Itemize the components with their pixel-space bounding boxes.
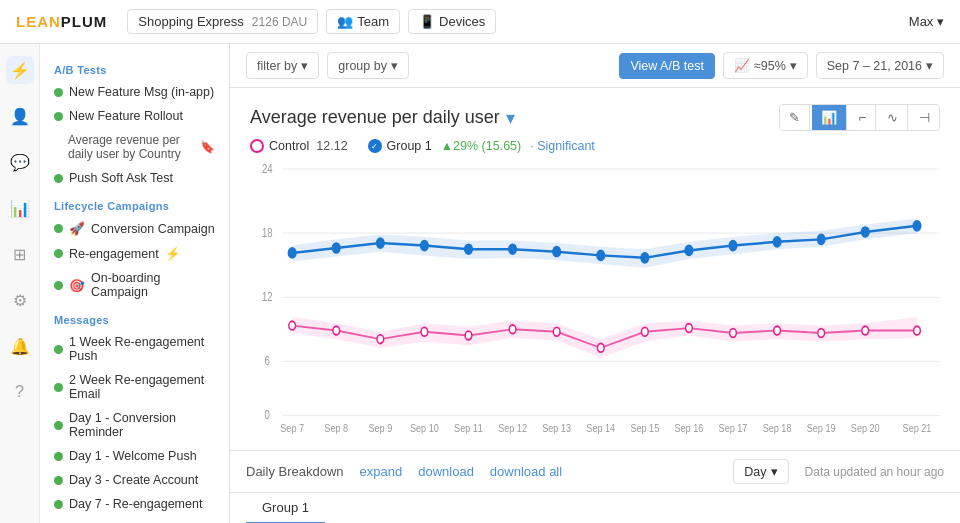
- svg-point-11: [289, 321, 296, 330]
- dot-conversion: [54, 224, 63, 233]
- svg-point-28: [332, 243, 340, 253]
- sidebar-item-re-engagement[interactable]: Re-engagement ⚡: [40, 241, 229, 266]
- chart-legend: Control 12.12 ✓ Group 1 ▲29% (15.65) · S…: [250, 139, 940, 153]
- dau-badge: 2126 DAU: [252, 15, 307, 29]
- sidebar-item-new-feature-rollout[interactable]: New Feature Rollout: [40, 104, 229, 128]
- sidebar: A/B Tests New Feature Msg (in-app) New F…: [40, 44, 230, 523]
- svg-point-18: [597, 343, 604, 352]
- svg-point-27: [288, 248, 296, 258]
- svg-point-30: [421, 241, 429, 251]
- download-link[interactable]: download: [418, 464, 474, 479]
- svg-text:Sep 7: Sep 7: [280, 421, 304, 433]
- svg-point-20: [686, 324, 693, 333]
- legend-dot-group1: ✓: [368, 139, 382, 153]
- sidebar-item-push-soft[interactable]: Push Soft Ask Test: [40, 166, 229, 190]
- sidebar-item-avg-revenue[interactable]: Average revenue per daily user by Countr…: [40, 128, 229, 166]
- user-menu[interactable]: Max ▾: [909, 14, 944, 29]
- svg-point-24: [862, 326, 869, 335]
- svg-text:Sep 16: Sep 16: [675, 421, 704, 433]
- icon-analytics[interactable]: 📊: [6, 194, 34, 222]
- sidebar-item-day7[interactable]: Day 7 - Re-engagement: [40, 492, 229, 516]
- svg-point-40: [861, 227, 869, 237]
- chart-type-area[interactable]: 📊: [812, 105, 847, 130]
- topbar: LEANPLUM Shopping Express 2126 DAU 👥 Tea…: [0, 0, 960, 44]
- icon-alerts[interactable]: 🔔: [6, 332, 34, 360]
- section-messages: Messages: [40, 304, 229, 330]
- view-ab-test-button[interactable]: View A/B test: [619, 53, 714, 79]
- sidebar-item-email-discount[interactable]: Email Discount Code: [40, 516, 229, 523]
- svg-text:12: 12: [262, 290, 273, 303]
- svg-point-19: [641, 327, 648, 336]
- legend-group1: ✓ Group 1 ▲29% (15.65) · Significant: [368, 139, 595, 153]
- legend-group1-label: Group 1: [387, 139, 432, 153]
- icon-help[interactable]: ?: [6, 378, 34, 406]
- svg-point-21: [730, 329, 737, 338]
- dot-1week: [54, 345, 63, 354]
- chart-area: Average revenue per daily user ▾ ✎ 📊 ⌐ ∿…: [230, 88, 960, 450]
- trend-icon: 📈: [734, 58, 750, 73]
- section-ab-tests: A/B Tests: [40, 54, 229, 80]
- chevron-down-icon: ▾: [301, 58, 308, 73]
- app-selector[interactable]: Shopping Express 2126 DAU: [127, 9, 318, 34]
- dot-day1-welcome: [54, 452, 63, 461]
- legend-group1-change: ▲29% (15.65): [441, 139, 521, 153]
- icon-ab-tests[interactable]: ⚡: [6, 56, 34, 84]
- svg-point-36: [685, 246, 693, 256]
- dropdown-icon[interactable]: ▾: [506, 107, 515, 129]
- icon-apps[interactable]: ⊞: [6, 240, 34, 268]
- sidebar-item-onboarding[interactable]: 🎯 On-boarding Campaign: [40, 266, 229, 304]
- main-content: filter by ▾ group by ▾ View A/B test 📈 ≈…: [230, 44, 960, 523]
- dot-new-feature-msg: [54, 88, 63, 97]
- sidebar-item-day1-welcome[interactable]: Day 1 - Welcome Push: [40, 444, 229, 468]
- svg-text:Sep 17: Sep 17: [719, 421, 748, 433]
- update-status: Data updated an hour ago: [805, 465, 944, 479]
- chart-type-line-edit[interactable]: ✎: [780, 105, 810, 130]
- sidebar-item-day1-conversion[interactable]: Day 1 - Conversion Reminder: [40, 406, 229, 444]
- icon-users[interactable]: 👤: [6, 102, 34, 130]
- legend-control: Control 12.12: [250, 139, 348, 153]
- team-icon: 👥: [337, 14, 353, 29]
- chevron-down-icon5: ▾: [771, 464, 778, 479]
- svg-point-22: [774, 326, 781, 335]
- svg-point-35: [641, 253, 649, 263]
- svg-text:0: 0: [265, 408, 270, 421]
- download-all-link[interactable]: download all: [490, 464, 562, 479]
- svg-point-33: [553, 247, 561, 257]
- devices-icon: 📱: [419, 14, 435, 29]
- sidebar-item-new-feature-msg[interactable]: New Feature Msg (in-app): [40, 80, 229, 104]
- chart-type-bar[interactable]: ⊣: [910, 105, 939, 130]
- bookmark-icon: 🔖: [200, 140, 215, 154]
- svg-point-29: [377, 238, 385, 248]
- chevron-down-icon3: ▾: [790, 58, 797, 73]
- sidebar-item-conversion-campaign[interactable]: 🚀 Conversion Campaign: [40, 216, 229, 241]
- chart-type-step[interactable]: ⌐: [849, 105, 876, 130]
- group-tab-bar: Group 1: [230, 492, 960, 523]
- legend-dot-control: [250, 139, 264, 153]
- devices-button[interactable]: 📱 Devices: [408, 9, 496, 34]
- sidebar-item-day3[interactable]: Day 3 - Create Account: [40, 468, 229, 492]
- svg-point-38: [773, 237, 781, 247]
- icon-settings[interactable]: ⚙: [6, 286, 34, 314]
- date-range-button[interactable]: Sep 7 – 21, 2016 ▾: [816, 52, 944, 79]
- chart-type-scatter[interactable]: ∿: [878, 105, 908, 130]
- svg-point-17: [553, 327, 560, 336]
- team-button[interactable]: 👥 Team: [326, 9, 400, 34]
- expand-link[interactable]: expand: [360, 464, 403, 479]
- filter-by-button[interactable]: filter by ▾: [246, 52, 319, 79]
- group-by-button[interactable]: group by ▾: [327, 52, 409, 79]
- group-tab-1[interactable]: Group 1: [246, 493, 325, 523]
- svg-text:Sep 18: Sep 18: [763, 421, 792, 433]
- day-selector[interactable]: Day ▾: [733, 459, 788, 484]
- icon-messages[interactable]: 💬: [6, 148, 34, 176]
- svg-point-37: [729, 241, 737, 251]
- svg-text:Sep 10: Sep 10: [410, 421, 439, 433]
- sidebar-item-2week[interactable]: 2 Week Re-engagement Email: [40, 368, 229, 406]
- sidebar-item-1week[interactable]: 1 Week Re-engagement Push: [40, 330, 229, 368]
- confidence-button[interactable]: 📈 ≈95% ▾: [723, 52, 808, 79]
- dot-re-engagement: [54, 249, 63, 258]
- svg-text:Sep 20: Sep 20: [851, 421, 880, 433]
- breakdown-bar: Daily Breakdown expand download download…: [230, 450, 960, 492]
- dot-day7: [54, 500, 63, 509]
- svg-point-15: [465, 331, 472, 340]
- svg-text:Sep 8: Sep 8: [324, 421, 348, 433]
